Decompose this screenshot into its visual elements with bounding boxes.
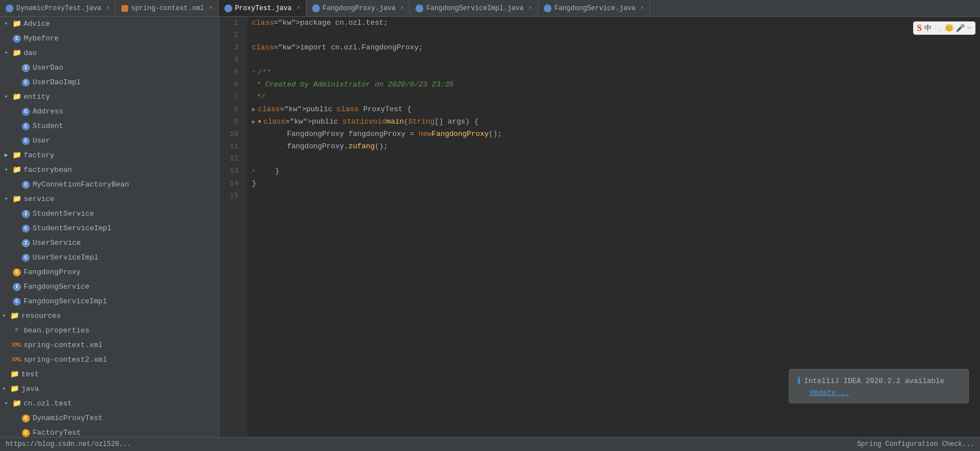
code-line-6: * Created by Administrator on 2020/9/23 … xyxy=(247,79,980,91)
sidebar-item-17[interactable]: CFangdongProxy xyxy=(0,265,219,280)
sidebar-item-19[interactable]: CFangdongServiceImpl xyxy=(0,294,219,309)
code-line-15 xyxy=(247,190,980,202)
notification-link[interactable]: Update... xyxy=(810,389,960,397)
sidebar-item-12[interactable]: ▾📁service xyxy=(0,192,219,207)
sidebar-item-13[interactable]: IStudentService xyxy=(0,207,219,221)
fold-icon-5[interactable]: ▾ xyxy=(252,66,255,79)
tree-icon-21: P xyxy=(12,326,21,335)
tab-proxytest[interactable]: ProxyTest.java× xyxy=(219,0,306,16)
line-num-10: 10 xyxy=(219,128,243,140)
tree-label-28: FactoryTest xyxy=(33,427,81,437)
sidebar-item-11[interactable]: CMyConnetionFactoryBean xyxy=(0,177,219,192)
tab-close-dynamicproxy[interactable]: × xyxy=(106,5,110,11)
tree-icon-0: 📁 xyxy=(12,20,21,29)
tree-label-14: StudentServiceImpl xyxy=(33,222,111,235)
tree-arrow-12: ▾ xyxy=(4,193,12,206)
tree-label-7: Student xyxy=(33,120,64,133)
sidebar-item-25[interactable]: ▾📁java xyxy=(0,382,219,397)
sidebar-item-7[interactable]: CStudent xyxy=(0,119,219,134)
code-line-2 xyxy=(247,29,980,42)
notification: ℹ IntelliJ IDEA 2020.2.2 available Updat… xyxy=(789,369,969,403)
tree-label-21: bean.properties xyxy=(24,325,89,337)
tab-icon-fangdongserviceimpl xyxy=(416,4,423,12)
sidebar-item-6[interactable]: CAddress xyxy=(0,104,219,119)
tab-fangdongserviceimpl[interactable]: FangdongServiceImpl.java× xyxy=(410,0,538,16)
tab-label-springcontext: spring-context.xml xyxy=(131,4,204,12)
tab-close-proxytest[interactable]: × xyxy=(297,5,300,11)
tree-label-5: entity xyxy=(24,91,50,103)
sidebar-item-14[interactable]: CStudentServiceImpl xyxy=(0,221,219,236)
line-num-7: 7 xyxy=(219,91,243,103)
tab-close-fangdongproxy[interactable]: × xyxy=(400,5,404,11)
sidebar-item-0[interactable]: ▾📁Advice xyxy=(0,17,219,31)
line-num-2: 2 xyxy=(219,29,243,42)
status-right: Spring Configuration Check... xyxy=(857,440,974,448)
sidebar-item-24[interactable]: 📁test xyxy=(0,367,219,382)
tree-icon-1: C xyxy=(12,34,21,43)
fold-icon-13[interactable]: ▾ xyxy=(252,165,255,177)
sidebar-item-21[interactable]: Pbean.properties xyxy=(0,324,219,338)
tree-label-13: StudentService xyxy=(33,208,94,220)
tab-label-dynamicproxy: DynamicProxyTest.java xyxy=(16,4,101,12)
tree-label-18: FangdongService xyxy=(24,281,89,293)
run-arrow-8[interactable]: ▶ xyxy=(252,103,256,116)
tab-icon-fangdongproxy xyxy=(312,4,320,12)
sidebar-item-27[interactable]: CDynamicProxyTest xyxy=(0,411,219,426)
sidebar-item-18[interactable]: IFangdongService xyxy=(0,280,219,294)
status-left: https://blog.csdn.net/ozl520... xyxy=(6,440,131,448)
sidebar-item-16[interactable]: CUserServiceImpl xyxy=(0,250,219,265)
tree-arrow-20: ▾ xyxy=(2,310,10,322)
sidebar-item-26[interactable]: ▾📁cn.ozl.test xyxy=(0,397,219,411)
tab-close-fangdongservice[interactable]: × xyxy=(640,5,644,11)
tab-close-fangdongserviceimpl[interactable]: × xyxy=(529,5,532,11)
tree-label-23: spring-context2.xml xyxy=(24,354,107,366)
ime-emoji-icon[interactable]: 😊 xyxy=(945,24,954,33)
sidebar-item-23[interactable]: XMLspring-context2.xml xyxy=(0,353,219,367)
tree-label-6: Address xyxy=(33,106,64,118)
tree-icon-10: 📁 xyxy=(12,166,21,175)
tree-icon-2: 📁 xyxy=(12,49,21,58)
sidebar-item-8[interactable]: CUser xyxy=(0,134,219,148)
tab-fangdongservice[interactable]: FangdongService.java× xyxy=(538,0,650,16)
tab-label-fangdongproxy: FangdongProxy.java xyxy=(323,4,396,12)
ime-mic-icon[interactable]: 🎤 xyxy=(956,24,965,33)
sidebar-item-28[interactable]: CFactoryTest xyxy=(0,426,219,437)
tree-icon-19: C xyxy=(12,297,21,306)
sidebar-item-15[interactable]: IUserService xyxy=(0,236,219,250)
ime-kb-icon[interactable]: ⌨ xyxy=(967,24,972,33)
sidebar-item-4[interactable]: CUserDaoImpl xyxy=(0,75,219,90)
sidebar-item-20[interactable]: ▾📁resources xyxy=(0,309,219,324)
ime-toolbar[interactable]: S 中 ·, 😊 🎤 ⌨ xyxy=(913,21,976,35)
tab-label-fangdongserviceimpl: FangdongServiceImpl.java xyxy=(426,4,523,12)
sidebar-item-3[interactable]: IUserDao xyxy=(0,61,219,75)
info-icon: ℹ xyxy=(797,375,801,386)
code-line-13: ▾ } xyxy=(247,165,980,177)
tree-label-26: cn.ozl.test xyxy=(24,398,72,410)
notification-title: ℹ IntelliJ IDEA 2020.2.2 available xyxy=(797,375,960,386)
sidebar-item-10[interactable]: ▾📁factorybean xyxy=(0,163,219,177)
line-num-15: 15 xyxy=(219,190,243,202)
tree-label-27: DynamicProxyTest xyxy=(33,412,103,425)
tab-fangdongproxy[interactable]: FangdongProxy.java× xyxy=(306,0,410,16)
run-arrow-9[interactable]: ▶ xyxy=(252,116,256,128)
sidebar-item-2[interactable]: ▾📁dao xyxy=(0,46,219,61)
tab-close-springcontext[interactable]: × xyxy=(209,5,213,11)
tree-label-24: test xyxy=(21,368,39,381)
tree-icon-22: XML xyxy=(12,341,21,350)
tab-label-fangdongservice: FangdongService.java xyxy=(554,4,635,12)
tab-dynamicproxy[interactable]: DynamicProxyTest.java× xyxy=(0,0,116,16)
line-num-9: 9 xyxy=(219,116,243,128)
line-num-13: 13 xyxy=(219,165,243,177)
sidebar-item-1[interactable]: CMybefore xyxy=(0,31,219,46)
tab-icon-fangdongservice xyxy=(544,4,552,12)
tab-springcontext[interactable]: spring-context.xml× xyxy=(116,0,219,16)
tree-label-17: FangdongProxy xyxy=(24,266,80,279)
tree-label-4: UserDaoImpl xyxy=(33,76,81,89)
tree-arrow-2: ▾ xyxy=(4,47,12,60)
sidebar-item-22[interactable]: XMLspring-context.xml xyxy=(0,338,219,353)
tree-icon-11: C xyxy=(21,180,30,189)
sidebar-item-5[interactable]: ▾📁entity xyxy=(0,90,219,104)
editor-area: 123456789101112131415 class="kw">package… xyxy=(219,17,980,437)
sidebar-item-9[interactable]: ▶📁factory xyxy=(0,148,219,163)
code-line-7: */ xyxy=(247,91,980,103)
